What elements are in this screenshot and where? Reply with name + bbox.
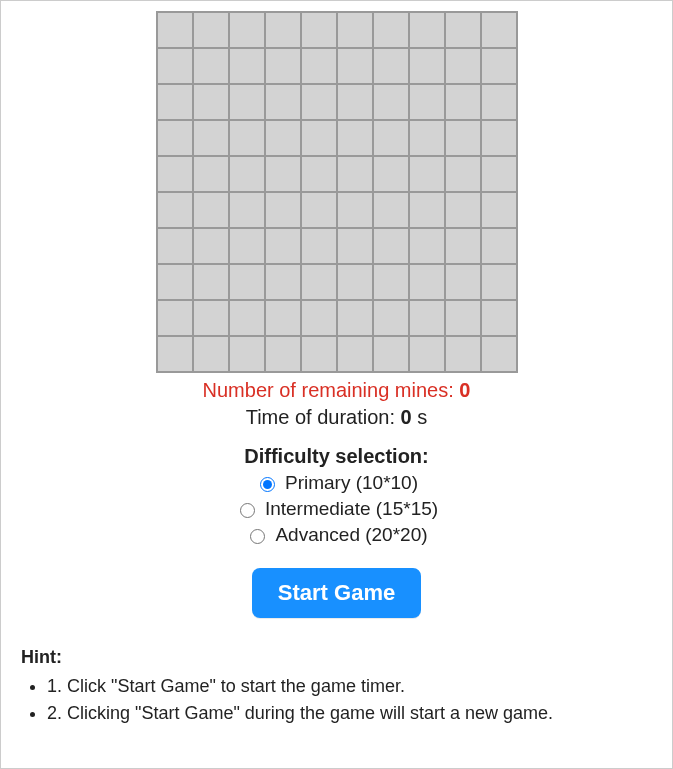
grid-cell[interactable] [157,228,193,264]
grid-cell[interactable] [445,192,481,228]
grid-cell[interactable] [445,156,481,192]
start-game-button[interactable]: Start Game [252,568,421,618]
grid-cell[interactable] [229,300,265,336]
grid-cell[interactable] [373,156,409,192]
grid-cell[interactable] [265,336,301,372]
grid-cell[interactable] [373,264,409,300]
grid-cell[interactable] [157,300,193,336]
grid-cell[interactable] [445,84,481,120]
grid-cell[interactable] [157,48,193,84]
grid-cell[interactable] [481,156,517,192]
grid-cell[interactable] [409,84,445,120]
grid-cell[interactable] [229,120,265,156]
grid-cell[interactable] [301,300,337,336]
grid-cell[interactable] [337,120,373,156]
grid-cell[interactable] [409,120,445,156]
grid-cell[interactable] [445,228,481,264]
grid-cell[interactable] [265,120,301,156]
difficulty-option[interactable]: Advanced (20*20) [245,524,427,546]
grid-cell[interactable] [409,192,445,228]
grid-cell[interactable] [337,12,373,48]
grid-cell[interactable] [409,48,445,84]
grid-cell[interactable] [337,336,373,372]
grid-cell[interactable] [157,192,193,228]
grid-cell[interactable] [193,264,229,300]
grid-cell[interactable] [481,264,517,300]
grid-cell[interactable] [373,120,409,156]
grid-cell[interactable] [409,228,445,264]
grid-cell[interactable] [193,48,229,84]
grid-cell[interactable] [193,84,229,120]
grid-cell[interactable] [229,336,265,372]
grid-cell[interactable] [409,156,445,192]
grid-cell[interactable] [301,192,337,228]
grid-cell[interactable] [157,12,193,48]
grid-cell[interactable] [481,48,517,84]
grid-cell[interactable] [193,120,229,156]
grid-cell[interactable] [229,192,265,228]
grid-cell[interactable] [265,84,301,120]
grid-cell[interactable] [481,12,517,48]
difficulty-radio[interactable] [260,477,275,492]
difficulty-radio[interactable] [250,529,265,544]
grid-cell[interactable] [409,264,445,300]
grid-cell[interactable] [481,300,517,336]
grid-cell[interactable] [481,228,517,264]
grid-cell[interactable] [301,120,337,156]
difficulty-option[interactable]: Primary (10*10) [255,472,418,494]
grid-cell[interactable] [229,48,265,84]
grid-cell[interactable] [481,192,517,228]
grid-cell[interactable] [301,84,337,120]
grid-cell[interactable] [193,300,229,336]
grid-cell[interactable] [337,156,373,192]
grid-cell[interactable] [337,228,373,264]
grid-cell[interactable] [337,264,373,300]
grid-cell[interactable] [229,156,265,192]
grid-cell[interactable] [373,84,409,120]
grid-cell[interactable] [157,156,193,192]
grid-cell[interactable] [301,228,337,264]
grid-cell[interactable] [373,228,409,264]
grid-cell[interactable] [157,264,193,300]
grid-cell[interactable] [301,12,337,48]
grid-cell[interactable] [229,228,265,264]
grid-cell[interactable] [373,192,409,228]
difficulty-option[interactable]: Intermediate (15*15) [235,498,438,520]
grid-cell[interactable] [193,336,229,372]
grid-cell[interactable] [265,300,301,336]
grid-cell[interactable] [481,84,517,120]
grid-cell[interactable] [373,48,409,84]
grid-cell[interactable] [337,192,373,228]
grid-cell[interactable] [373,300,409,336]
grid-cell[interactable] [301,264,337,300]
grid-cell[interactable] [445,300,481,336]
grid-cell[interactable] [337,84,373,120]
grid-cell[interactable] [265,192,301,228]
grid-cell[interactable] [373,336,409,372]
grid-cell[interactable] [373,12,409,48]
grid-cell[interactable] [409,12,445,48]
grid-cell[interactable] [445,120,481,156]
grid-cell[interactable] [337,300,373,336]
grid-cell[interactable] [337,48,373,84]
grid-cell[interactable] [193,156,229,192]
grid-cell[interactable] [481,120,517,156]
grid-cell[interactable] [157,120,193,156]
grid-cell[interactable] [265,228,301,264]
grid-cell[interactable] [409,336,445,372]
grid-cell[interactable] [193,192,229,228]
grid-cell[interactable] [445,48,481,84]
grid-cell[interactable] [229,264,265,300]
grid-cell[interactable] [301,48,337,84]
grid-cell[interactable] [445,264,481,300]
grid-cell[interactable] [265,12,301,48]
grid-cell[interactable] [409,300,445,336]
grid-cell[interactable] [229,12,265,48]
difficulty-radio[interactable] [240,503,255,518]
grid-cell[interactable] [193,228,229,264]
grid-cell[interactable] [445,12,481,48]
grid-cell[interactable] [301,336,337,372]
grid-cell[interactable] [193,12,229,48]
grid-cell[interactable] [265,264,301,300]
grid-cell[interactable] [265,156,301,192]
